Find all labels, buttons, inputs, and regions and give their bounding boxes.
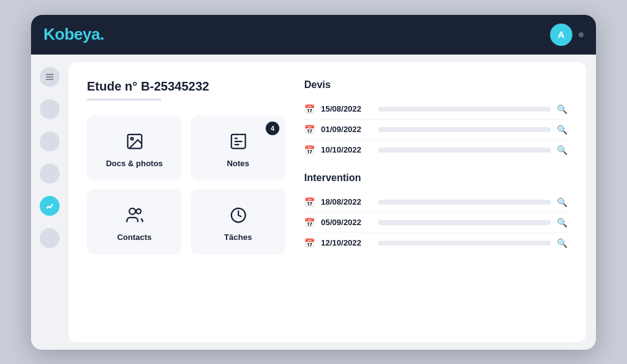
taches-card[interactable]: Tâches bbox=[191, 189, 286, 254]
contacts-card[interactable]: Contacts bbox=[87, 189, 182, 254]
table-row: 📅 15/08/2022 🔍 bbox=[304, 99, 567, 120]
devis-section: Devis 📅 15/08/2022 🔍 📅 01/09/2022 🔍 bbox=[304, 79, 567, 160]
calendar-icon: 📅 bbox=[304, 238, 315, 248]
intervention-title: Intervention bbox=[304, 172, 567, 184]
search-icon[interactable]: 🔍 bbox=[557, 145, 567, 155]
intervention-section: Intervention 📅 18/08/2022 🔍 📅 05/09/2022… bbox=[304, 172, 567, 253]
content-card: Etude n° B-25345232 bbox=[68, 62, 586, 342]
table-row: 📅 01/09/2022 🔍 bbox=[304, 120, 567, 140]
page-title: Etude n° B-25345232 bbox=[87, 79, 286, 94]
main-layout: Etude n° B-25345232 bbox=[31, 55, 596, 350]
search-icon[interactable]: 🔍 bbox=[557, 218, 567, 228]
docs-photos-card[interactable]: Docs & photos bbox=[87, 115, 182, 180]
docs-photos-label: Docs & photos bbox=[106, 159, 163, 168]
search-icon[interactable]: 🔍 bbox=[557, 197, 567, 207]
devis-date-2: 01/09/2022 bbox=[321, 125, 372, 134]
menu-icon[interactable] bbox=[40, 67, 60, 87]
intervention-date-2: 05/09/2022 bbox=[321, 218, 372, 227]
avatar[interactable]: A bbox=[550, 24, 572, 46]
notes-label: Notes bbox=[227, 159, 249, 168]
contacts-icon bbox=[124, 204, 146, 226]
table-row: 📅 05/09/2022 🔍 bbox=[304, 213, 567, 233]
devis-date-1: 15/08/2022 bbox=[321, 104, 372, 113]
table-row: 📅 18/08/2022 🔍 bbox=[304, 192, 567, 213]
svg-point-4 bbox=[130, 137, 133, 140]
sidebar-icon-2[interactable] bbox=[40, 131, 60, 151]
contacts-label: Contacts bbox=[117, 233, 152, 242]
svg-point-8 bbox=[129, 208, 135, 214]
logo: Kobeya. bbox=[43, 25, 104, 44]
taches-label: Tâches bbox=[224, 233, 252, 242]
grid-cards: Docs & photos 4 bbox=[87, 115, 286, 254]
search-icon[interactable]: 🔍 bbox=[557, 125, 567, 135]
intervention-date-1: 18/08/2022 bbox=[321, 197, 372, 206]
title-underline bbox=[87, 99, 161, 100]
calendar-icon: 📅 bbox=[304, 218, 315, 228]
calendar-icon: 📅 bbox=[304, 145, 315, 155]
item-bar bbox=[378, 200, 551, 205]
devis-title: Devis bbox=[304, 79, 567, 91]
devis-date-3: 10/10/2022 bbox=[321, 145, 372, 154]
sidebar bbox=[31, 55, 68, 350]
table-row: 📅 12/10/2022 🔍 bbox=[304, 233, 567, 253]
right-panel: Devis 📅 15/08/2022 🔍 📅 01/09/2022 🔍 bbox=[304, 79, 567, 325]
notes-badge: 4 bbox=[266, 122, 279, 135]
sidebar-icon-1[interactable] bbox=[40, 99, 60, 119]
search-icon[interactable]: 🔍 bbox=[557, 104, 567, 114]
header-dot bbox=[579, 32, 584, 37]
item-bar bbox=[378, 220, 551, 225]
sidebar-icon-4[interactable] bbox=[40, 228, 60, 248]
sidebar-icon-active[interactable] bbox=[40, 196, 60, 216]
browser-frame: Kobeya. A bbox=[31, 15, 596, 350]
sidebar-icon-3[interactable] bbox=[40, 164, 60, 184]
image-icon bbox=[124, 130, 146, 153]
notes-card[interactable]: 4 Notes bbox=[191, 115, 286, 180]
item-bar bbox=[378, 148, 551, 153]
notes-icon bbox=[227, 130, 250, 153]
calendar-icon: 📅 bbox=[304, 104, 315, 114]
item-bar bbox=[378, 241, 551, 246]
svg-point-9 bbox=[136, 209, 141, 214]
intervention-date-3: 12/10/2022 bbox=[321, 238, 372, 247]
left-panel: Etude n° B-25345232 bbox=[87, 79, 286, 325]
table-row: 📅 10/10/2022 🔍 bbox=[304, 140, 567, 160]
clock-icon bbox=[227, 204, 250, 226]
search-icon[interactable]: 🔍 bbox=[557, 238, 567, 248]
calendar-icon: 📅 bbox=[304, 197, 315, 207]
header: Kobeya. A bbox=[31, 15, 596, 55]
calendar-icon: 📅 bbox=[304, 125, 315, 135]
item-bar bbox=[378, 107, 551, 112]
item-bar bbox=[378, 127, 551, 132]
